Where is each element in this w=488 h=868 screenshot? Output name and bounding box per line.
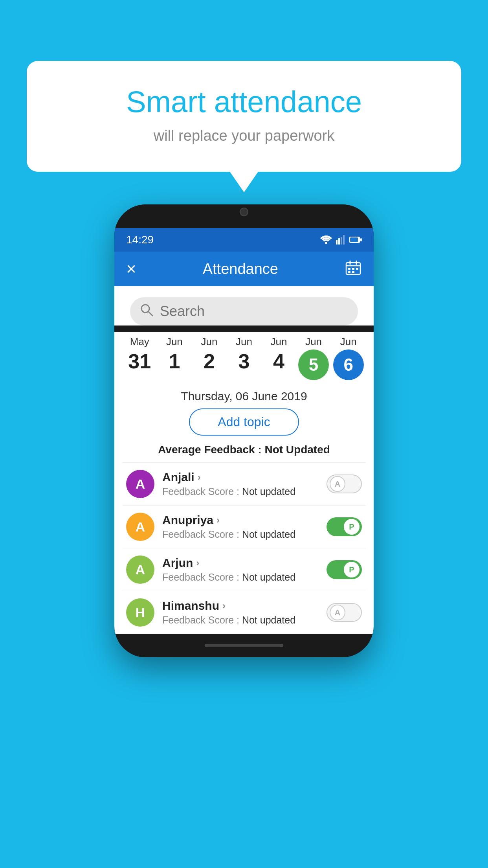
attendance-toggle[interactable]: A (327, 474, 362, 493)
date-item[interactable]: Jun6 (333, 336, 364, 380)
svg-rect-15 (348, 271, 350, 273)
phone-bottom-border (114, 634, 374, 657)
search-bar[interactable] (130, 297, 358, 326)
camera-cutout (240, 208, 248, 216)
phone-body: 14:29 (114, 204, 374, 657)
add-topic-button[interactable]: Add topic (189, 408, 299, 436)
student-feedback: Feedback Score : Not updated (162, 572, 320, 583)
date-item[interactable]: May31 (124, 336, 155, 373)
speech-bubble-container: Smart attendance will replace your paper… (27, 61, 461, 172)
selected-date-text: Thursday, 06 June 2019 (122, 380, 366, 408)
svg-rect-3 (341, 237, 342, 245)
student-item[interactable]: AAnupriya ›Feedback Score : Not updatedP (122, 505, 366, 548)
student-feedback: Feedback Score : Not updated (162, 614, 320, 626)
calendar-icon[interactable] (345, 259, 362, 278)
feedback-value: Not Updated (264, 443, 330, 456)
date-item[interactable]: Jun1 (159, 336, 190, 373)
svg-rect-13 (352, 268, 354, 270)
app-bar-title: Attendance (203, 261, 278, 278)
student-avatar: A (126, 555, 154, 584)
svg-rect-14 (356, 268, 358, 270)
search-input[interactable] (160, 303, 349, 320)
svg-rect-7 (350, 237, 358, 242)
status-time: 14:29 (126, 234, 154, 246)
student-name: Arjun › (162, 556, 320, 570)
app-bar: × Attendance (114, 252, 374, 286)
svg-line-18 (149, 312, 152, 316)
students-list: AAnjali ›Feedback Score : Not updatedAAA… (122, 462, 366, 634)
close-button[interactable]: × (126, 259, 136, 279)
student-name: Anjali › (162, 471, 320, 484)
phone-notch (220, 204, 268, 219)
student-name: Anupriya › (162, 513, 320, 527)
attendance-toggle[interactable]: P (327, 560, 362, 579)
date-item[interactable]: Jun4 (264, 336, 294, 373)
search-icon (139, 303, 154, 320)
student-feedback: Feedback Score : Not updated (162, 486, 320, 497)
phone-mockup: 14:29 (114, 204, 374, 657)
student-item[interactable]: HHimanshu ›Feedback Score : Not updatedA (122, 591, 366, 634)
student-name: Himanshu › (162, 599, 320, 612)
svg-rect-1 (336, 240, 338, 245)
date-item[interactable]: Jun5 (298, 336, 329, 380)
student-avatar: A (126, 513, 154, 541)
content-area: Thursday, 06 June 2019 Add topic Average… (114, 380, 374, 634)
home-indicator (205, 644, 283, 647)
svg-rect-6 (360, 238, 362, 241)
svg-rect-12 (348, 268, 350, 270)
attendance-toggle[interactable]: P (327, 517, 362, 536)
signal-icon (336, 235, 345, 245)
student-feedback: Feedback Score : Not updated (162, 529, 320, 540)
average-feedback: Average Feedback : Not Updated (122, 443, 366, 456)
attendance-toggle[interactable]: A (327, 603, 362, 622)
svg-rect-16 (352, 271, 354, 273)
student-avatar: A (126, 470, 154, 498)
student-item[interactable]: AAnjali ›Feedback Score : Not updatedA (122, 462, 366, 505)
svg-rect-4 (343, 235, 345, 245)
speech-bubble: Smart attendance will replace your paper… (27, 61, 461, 172)
student-avatar: H (126, 598, 154, 627)
battery-icon (349, 236, 362, 244)
status-bar: 14:29 (114, 228, 374, 252)
wifi-icon (320, 235, 332, 244)
svg-rect-2 (338, 238, 340, 245)
speech-bubble-title: Smart attendance (58, 85, 430, 119)
date-picker-row: May31Jun1Jun2Jun3Jun4Jun5Jun6 (114, 332, 374, 380)
student-item[interactable]: AArjun ›Feedback Score : Not updatedP (122, 548, 366, 591)
date-item[interactable]: Jun2 (194, 336, 224, 373)
speech-bubble-subtitle: will replace your paperwork (58, 127, 430, 144)
status-icons (320, 235, 362, 245)
svg-point-0 (325, 242, 327, 244)
date-item[interactable]: Jun3 (229, 336, 259, 373)
phone-top-border (114, 204, 374, 228)
